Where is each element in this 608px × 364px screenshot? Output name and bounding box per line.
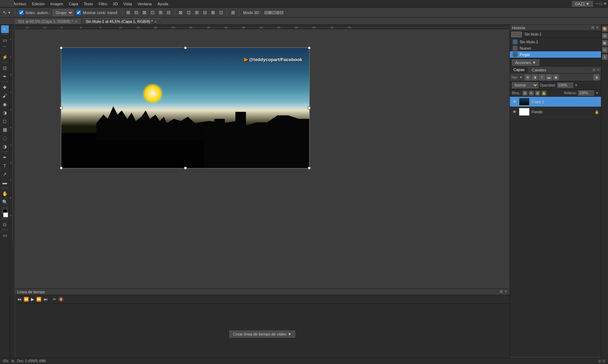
history-item-1[interactable]: Nuevo	[510, 45, 601, 51]
arrange-btn[interactable]: ⊞	[230, 9, 236, 16]
workspace-selector[interactable]: DAZ1 ▼	[572, 1, 593, 7]
handle-topright[interactable]	[308, 46, 311, 49]
background-color[interactable]	[3, 212, 8, 217]
eraser-tool[interactable]: ◻	[1, 117, 9, 125]
marquee-tool[interactable]: ▭	[1, 36, 9, 44]
history-expand-icon[interactable]: ⊞	[591, 25, 594, 30]
dodge-tool[interactable]: ◑	[1, 142, 9, 150]
path-select-tool[interactable]: ↗	[1, 170, 9, 178]
minimize-btn[interactable]: ─	[596, 1, 598, 6]
layer-item-1[interactable]: 👁 Fondo 🔒	[510, 107, 601, 117]
acciones-btn[interactable]: Acciones ▼	[512, 59, 539, 66]
layers-expand-icon[interactable]: ⊞	[593, 68, 595, 72]
distribute-bottom-btn[interactable]: ⊡	[218, 9, 224, 16]
history-item-2[interactable]: Pegar	[510, 51, 601, 58]
timeline-last-btn[interactable]: ⏭	[44, 297, 48, 302]
healing-tool[interactable]: ✚	[1, 83, 9, 91]
shape-tool[interactable]: ▬	[1, 179, 9, 186]
menu-filtro[interactable]: Filtro	[96, 1, 110, 7]
quick-mask-tool[interactable]: ⊙	[1, 221, 9, 228]
tab-001[interactable]: 001 al 60,5% (Capa 1, RGB/8) * ✕	[14, 18, 81, 24]
history-close-icon[interactable]: ✕	[596, 25, 599, 30]
zoom-tool[interactable]: 🔍	[1, 198, 9, 206]
distribute-middle-btn[interactable]: ⊠	[210, 9, 216, 16]
group-select[interactable]: Grupo	[53, 9, 74, 16]
lasso-tool[interactable]: ⌒	[1, 45, 9, 52]
opacity-input[interactable]	[557, 83, 573, 88]
gradient-panel-icon[interactable]: ▩	[602, 40, 608, 46]
lock-artboard-icon[interactable]: ⊠	[535, 91, 540, 96]
lock-all-icon[interactable]: 🔒	[542, 91, 546, 96]
menu-capa[interactable]: Capa	[66, 1, 81, 7]
move-tool[interactable]: ↖	[1, 25, 9, 33]
timeline-expand-btn[interactable]: ⊞	[500, 289, 503, 294]
layer-visibility-0[interactable]: 👁	[512, 99, 517, 104]
history-brush-tool[interactable]: ◑	[1, 109, 9, 116]
tab-close-0[interactable]: ✕	[75, 20, 77, 24]
handle-midleft[interactable]	[60, 107, 63, 109]
create-timeline-btn[interactable]: Crear línea de tiempo de vídeo ▼	[229, 331, 296, 338]
move-tool-option[interactable]: ↖ ▼	[1, 9, 12, 16]
tab-channels[interactable]: Canales	[528, 67, 550, 73]
quick-select-tool[interactable]: ⚡	[1, 53, 9, 61]
timeline-prev-btn[interactable]: ⏪	[24, 297, 29, 302]
menu-edicion[interactable]: Edición	[29, 1, 48, 7]
info-panel-icon[interactable]: ℹ	[602, 54, 608, 60]
timeline-next-btn[interactable]: ⏩	[36, 297, 42, 302]
handle-bottomleft[interactable]	[60, 167, 63, 170]
handle-bottommiddle[interactable]	[184, 167, 187, 170]
handle-topleft[interactable]	[60, 46, 63, 49]
fill-stepper[interactable]: ▼	[595, 91, 599, 95]
clone-tool[interactable]: ◉	[1, 100, 9, 108]
close-btn[interactable]: ✕	[603, 1, 607, 6]
handle-bottomright[interactable]	[308, 167, 311, 170]
tab-sin-titulo[interactable]: Sin título-1 al 45,5% (Capa 1, RGB/8) * …	[82, 18, 161, 24]
distribute-right-btn[interactable]: ⊞	[194, 9, 200, 16]
history-item-0[interactable]: Sin título-1	[510, 39, 601, 45]
menu-3d[interactable]: 3D	[110, 1, 121, 7]
brush-tool[interactable]: 🖌	[1, 92, 9, 100]
modo3d-icons[interactable]: ⊟⊠⊡⊞⊟	[263, 9, 285, 16]
maximize-btn[interactable]: □	[600, 1, 602, 6]
distribute-top-btn[interactable]: ⊟	[202, 9, 208, 16]
timeline-first-btn[interactable]: ⏮	[17, 297, 21, 302]
selec-autom-checkbox[interactable]: Selec. autom.:	[18, 9, 51, 15]
filter-toggle[interactable]: ◑	[593, 74, 600, 81]
handle-topmiddle[interactable]	[184, 46, 187, 49]
timeline-mute-btn[interactable]: 🔇	[58, 297, 64, 302]
blur-tool[interactable]: ◌	[1, 134, 9, 142]
timeline-close-btn[interactable]: ✕	[504, 289, 507, 294]
menu-texto[interactable]: Texto	[81, 1, 96, 7]
text-tool[interactable]: T	[1, 162, 9, 170]
filter-adj-icon[interactable]: ◑	[532, 74, 538, 81]
blend-mode-select[interactable]: Normal	[512, 82, 538, 88]
align-bottom-btn[interactable]: ⊟	[165, 9, 172, 16]
swatches-icon[interactable]: ⊞	[602, 33, 608, 39]
distribute-left-btn[interactable]: ⊠	[177, 9, 184, 16]
timeline-cut-btn[interactable]: ✂	[53, 297, 56, 302]
layers-close-icon[interactable]: ✕	[597, 68, 600, 72]
lock-pixel-icon[interactable]: ⊞	[522, 91, 527, 96]
align-right-btn[interactable]: ⊠	[141, 9, 148, 16]
color-panel-icon[interactable]: 🎨	[602, 26, 608, 32]
menu-ayuda[interactable]: Ayuda	[154, 1, 171, 7]
layer-visibility-1[interactable]: 👁	[512, 109, 517, 114]
type-dropdown-arrow[interactable]: ▼	[519, 76, 522, 79]
filter-pixel-icon[interactable]: ⊞	[525, 74, 531, 81]
filter-smart-icon[interactable]: ◉	[553, 74, 559, 81]
align-middle-btn[interactable]: ⊞	[157, 9, 164, 16]
menu-ventana[interactable]: Ventana	[135, 1, 154, 7]
align-center-btn[interactable]: ⊟	[133, 9, 140, 16]
show-transf-checkbox[interactable]: Mostrar contr. transf.	[75, 9, 120, 15]
handle-midright[interactable]	[308, 107, 311, 109]
timeline-play-btn[interactable]: ▶	[31, 297, 34, 302]
create-timeline-arrow[interactable]: ▼	[288, 332, 292, 336]
opacity-stepper[interactable]: ▼	[575, 83, 578, 87]
screen-mode-btn[interactable]: ▭	[1, 231, 9, 239]
align-left-btn[interactable]: ⊞	[125, 9, 132, 16]
menu-vista[interactable]: Vista	[121, 1, 135, 7]
eyedropper-tool[interactable]: ✒	[1, 72, 9, 80]
filter-shape-icon[interactable]: ▬	[546, 74, 552, 81]
gradient-tool[interactable]: ▩	[1, 126, 9, 133]
status-expand-icon[interactable]: ⊞	[11, 359, 14, 363]
